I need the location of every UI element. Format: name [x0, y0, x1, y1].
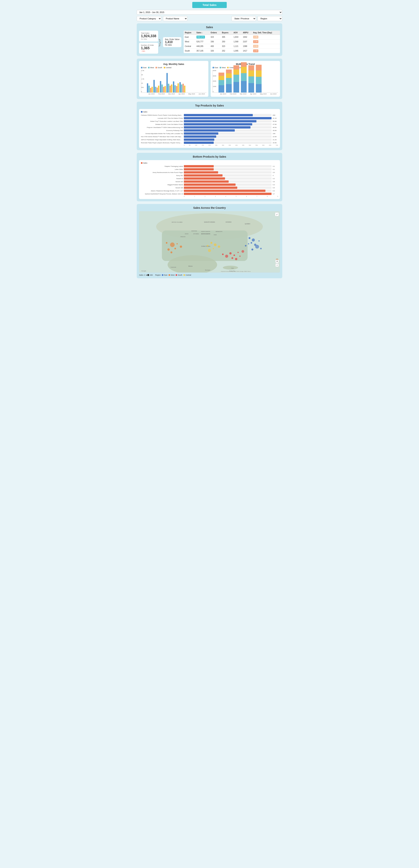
bar-central [178, 83, 179, 93]
list-item: Okidata ML395C Color Dot Matrix Printer … [141, 123, 278, 125]
col-deli: Avg. Deli. Time (Day) [252, 31, 280, 35]
sales-summary: Total Sales 1,924,338 No data Number of … [139, 31, 280, 54]
bar-group [153, 80, 159, 93]
mom-bar-east [219, 85, 224, 93]
legend-label: Central [166, 67, 171, 68]
bottom-products-chart: Sales *Staples* Packaging Labels 3.1Lett… [139, 160, 280, 199]
map-controls: + − [276, 259, 279, 267]
cell-buyers: 252 [221, 49, 232, 53]
mom-bar-west [256, 77, 262, 84]
map-region-item: East [162, 274, 167, 276]
bar-label: Bagged Rubber Bands [141, 184, 183, 186]
bar-track [184, 184, 271, 186]
svg-point-43 [170, 243, 175, 247]
bar-fill [184, 165, 214, 167]
svg-point-55 [208, 249, 211, 252]
region-select[interactable]: Region [258, 16, 282, 21]
col-buyers: Buyers [221, 31, 232, 35]
bar-central [171, 85, 172, 93]
x-label: Jun 2015 [197, 93, 206, 95]
cell-region: South [184, 49, 195, 53]
bar-track [184, 129, 271, 131]
map-expand-button[interactable]: ⤢ [275, 212, 279, 216]
bar-value: 46.5K [273, 127, 278, 128]
date-filter-row: Jan 1, 2015 - Jun 30, 2015 [137, 10, 282, 14]
bar-value: 3.5 [273, 172, 278, 173]
legend-dot [141, 67, 142, 68]
bar-west [149, 86, 150, 93]
bar-track [184, 193, 271, 195]
date-range-select[interactable]: Jan 1, 2015 - Jun 30, 2015 [137, 10, 282, 14]
bar-value: 47.6K [273, 124, 278, 125]
bar-east [153, 80, 155, 93]
filters-row: Product Category Product Name State / Pr… [137, 16, 282, 21]
axis-label: 20K [208, 145, 211, 146]
bar-fill [184, 132, 218, 135]
bar-track [184, 120, 271, 122]
legend-item: South [156, 67, 162, 68]
table-row: East 592,171 323 305 1,833 1942 1.85 [184, 35, 280, 39]
bar-fill [184, 174, 223, 177]
list-item: Newell 320 4.6 [141, 180, 278, 183]
charts-section: Avg. Monthly Sales East West South Centr… [137, 59, 282, 99]
cell-deli: 1.93 [252, 44, 280, 49]
y-label: 1K [141, 82, 144, 84]
mom-bar-area: 0100K200K300K400K [213, 70, 278, 93]
svg-point-53 [218, 246, 220, 248]
bar-south [176, 86, 177, 93]
list-item: Bagged Rubber Bands 5.3 [141, 184, 278, 186]
mom-bar-west [219, 80, 224, 85]
product-name-select[interactable]: Product Name [163, 16, 188, 21]
axis-label: 35K [229, 145, 231, 146]
x-label: Apr 2015 [177, 93, 187, 95]
axis-label: 8 [267, 196, 268, 197]
axis-label: 2 [204, 196, 205, 197]
bar-fill [184, 142, 214, 144]
top-legend: Sales [141, 111, 278, 113]
bar-value: 4.6 [273, 181, 278, 183]
bar-label: Letter Slitter [141, 168, 183, 170]
mom-y-labels: 0100K200K300K400K [213, 70, 216, 93]
cell-aov: 1,121 [232, 44, 242, 49]
avg-order-card: Avg. Order Value 1,410 No data [163, 37, 181, 47]
bar-south [157, 88, 158, 93]
legend-dot [148, 67, 150, 68]
bar-central [184, 86, 185, 93]
axis-label: 7 [257, 196, 257, 197]
legend-label: West [222, 67, 226, 68]
map-zoom-in-button[interactable]: + [276, 259, 279, 263]
cell-aov: 1,833 [232, 35, 242, 39]
map-sales-label: Sales [139, 274, 143, 276]
mom-bar-central [219, 76, 224, 80]
svg-text:Keyboard shortcuts  Map data ©: Keyboard shortcuts Map data ©2024 Google… [221, 271, 251, 272]
state-province-select[interactable]: State / Province [231, 16, 256, 21]
top-legend-dot [141, 111, 142, 113]
total-sales-sub: No data [141, 38, 156, 40]
map-region-item: Central [184, 274, 191, 276]
bar-label: Riverside Palais Royal Lawyers Bookcase,… [141, 142, 183, 144]
summary-left: Total Sales 1,924,338 No data Number of … [139, 31, 181, 54]
svg-point-41 [239, 256, 240, 257]
product-category-select[interactable]: Product Category [137, 16, 161, 21]
region-name: East [164, 274, 167, 276]
svg-point-25 [252, 239, 255, 242]
mom-bar-group [241, 62, 247, 93]
mom-bar-central [226, 73, 232, 78]
axis-label: 0 [184, 145, 185, 146]
top-legend-item: Sales [141, 111, 148, 113]
map-zoom-out-button[interactable]: − [276, 264, 279, 267]
bottom-x-axis: 0123456789 [141, 196, 278, 197]
total-sales-button[interactable]: Total Sales [192, 2, 227, 8]
axis-label: 30K [222, 145, 224, 146]
x-label: Feb 2015 [228, 93, 238, 95]
region-dot [168, 274, 170, 276]
bar-label: Global Troy™ Executive Leather Low-Back … [141, 121, 183, 122]
svg-text:Mexico: Mexico [188, 266, 193, 267]
svg-text:QUEBEC: QUEBEC [245, 223, 250, 225]
bar-fill [184, 168, 214, 170]
bar-value: 3.1 [273, 165, 278, 167]
bar-east [180, 82, 181, 93]
bar-track [184, 126, 271, 128]
bottom-products-section: Bottom Products by Sales Sales *Staples*… [137, 153, 282, 201]
bar-east [166, 73, 168, 93]
